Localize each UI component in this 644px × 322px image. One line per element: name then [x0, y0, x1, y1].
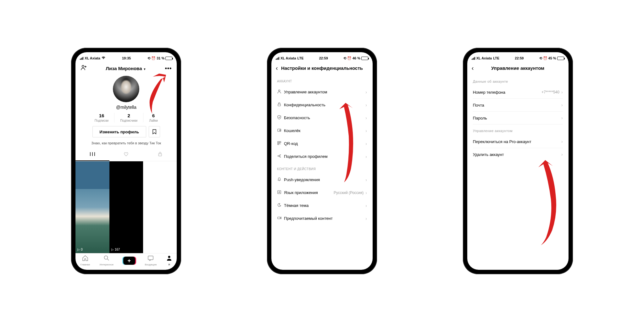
nav-inbox[interactable]: Входящие: [145, 255, 157, 266]
signal-icon: [276, 57, 279, 60]
video-grid: ▷0 ▷167: [75, 161, 177, 253]
nav-home[interactable]: Главная: [80, 255, 90, 266]
stat-likes[interactable]: 6 Лайки: [143, 113, 164, 122]
item-privacy[interactable]: Конфиденциальность ›: [271, 98, 373, 111]
edit-profile-button[interactable]: Изменить профиль: [92, 126, 147, 137]
video-thumb[interactable]: ▷167: [109, 161, 143, 253]
bottom-nav: Главная Интересное + Входящие Я: [75, 253, 177, 270]
carrier-label: XL Axiata: [476, 56, 492, 60]
svg-rect-12: [280, 143, 280, 144]
section-header-account-data: Данные об аккаунте: [467, 75, 569, 86]
chevron-right-icon: ›: [365, 216, 367, 221]
moon-icon: [277, 203, 284, 208]
item-security[interactable]: Безопасность ›: [271, 111, 373, 124]
tab-liked[interactable]: [109, 149, 143, 161]
nav-profile[interactable]: Я: [166, 255, 172, 266]
stat-followers[interactable]: 2 Подписчики: [114, 113, 143, 122]
item-share-profile[interactable]: Поделиться профилем ›: [271, 150, 373, 163]
item-language[interactable]: Язык приложения Русский (Россия) ›: [271, 186, 373, 199]
chevron-right-icon: ›: [561, 103, 563, 108]
carrier-label: XL Axiata: [85, 56, 100, 60]
lock-icon: [158, 152, 162, 156]
item-dark-theme[interactable]: Тёмная тема ›: [271, 199, 373, 212]
phone-account-manage: XL Axiata LTE 22:59 ⟲ ⏰ 45 % ‹ Управлени…: [463, 48, 573, 274]
svg-point-4: [168, 256, 170, 258]
back-button[interactable]: ‹: [472, 64, 474, 72]
grid-icon: [90, 152, 95, 156]
item-manage-account[interactable]: Управление аккаунтом ›: [271, 86, 373, 98]
battery-text: 46 %: [353, 56, 360, 60]
svg-point-5: [278, 90, 280, 92]
chevron-right-icon: ›: [561, 139, 563, 144]
orientation-lock-icon: ⟲: [539, 56, 542, 60]
video-thumb[interactable]: ▷0: [75, 161, 109, 253]
signal-icon: [472, 57, 475, 60]
orientation-lock-icon: ⟲: [343, 56, 346, 60]
screen: XL Axiata 19:35 ⟲ ⏰ 31 % Лиза Миронова▼ …: [75, 52, 177, 270]
chevron-right-icon: ›: [561, 90, 563, 95]
item-qr[interactable]: QR-код ›: [271, 137, 373, 150]
play-icon: ▷: [111, 248, 114, 251]
alarm-icon: ⏰: [151, 56, 156, 60]
nav-discover[interactable]: Интересное: [100, 255, 114, 266]
chevron-right-icon: ›: [365, 90, 367, 95]
battery-icon: [557, 57, 564, 60]
bookmark-button[interactable]: [149, 126, 160, 137]
tab-videos[interactable]: [75, 149, 109, 161]
svg-point-2: [104, 256, 108, 259]
profile-tabs: [75, 149, 177, 161]
tab-private[interactable]: [143, 149, 177, 161]
network-type: LTE: [493, 56, 499, 60]
play-icon: ▷: [77, 248, 80, 251]
status-time: 22:59: [515, 56, 524, 60]
carrier-label: XL Axiata: [280, 56, 296, 60]
network-type: LTE: [297, 56, 304, 60]
section-header-content: КОНТЕНТ И ДЕЙСТВИЯ: [271, 163, 373, 173]
profile-header: Лиза Миронова▼ •••: [75, 62, 177, 75]
chevron-right-icon: ›: [365, 141, 367, 146]
nav-create[interactable]: +: [123, 257, 135, 265]
page-header: ‹ Настройки и конфиденциальность: [271, 62, 373, 75]
section-header-manage: Управление аккаунтом: [467, 125, 569, 135]
svg-rect-6: [278, 104, 280, 106]
chevron-right-icon: ›: [365, 203, 367, 208]
avatar[interactable]: [113, 76, 139, 102]
menu-dots-icon[interactable]: •••: [165, 65, 172, 72]
shield-icon: [277, 115, 284, 120]
chevron-right-icon: ›: [365, 190, 367, 195]
svg-rect-7: [278, 129, 281, 131]
screen: XL Axiata LTE 22:59 ⟲ ⏰ 46 % ‹ Настройки…: [271, 52, 373, 270]
alarm-icon: ⏰: [347, 56, 352, 60]
phone-profile: XL Axiata 19:35 ⟲ ⏰ 31 % Лиза Миронова▼ …: [71, 48, 181, 274]
item-push[interactable]: Push-уведомления ›: [271, 173, 373, 186]
back-button[interactable]: ‹: [276, 64, 278, 72]
svg-rect-3: [148, 256, 153, 260]
item-delete-account[interactable]: Удалить аккаунт ›: [467, 148, 569, 161]
screen: XL Axiata LTE 22:59 ⟲ ⏰ 45 % ‹ Управлени…: [467, 52, 569, 270]
bookmark-icon: [152, 129, 157, 134]
signal-icon: [80, 57, 83, 60]
svg-rect-15: [278, 217, 280, 219]
bio-text: Знаю, как превратить тебя в звезду Тик Т…: [75, 141, 177, 145]
section-header-account: АККАУНТ: [271, 75, 373, 86]
svg-rect-8: [280, 130, 281, 131]
item-email[interactable]: Почта ›: [467, 99, 569, 111]
item-switch-pro[interactable]: Переключиться на Pro-аккаунт ›: [467, 135, 569, 148]
stat-following[interactable]: 16 Подписки: [89, 113, 114, 122]
chevron-right-icon: ›: [365, 128, 367, 133]
item-password[interactable]: Пароль ›: [467, 112, 569, 124]
search-icon: [100, 255, 114, 263]
item-wallet[interactable]: Кошелёк ›: [271, 124, 373, 137]
chevron-right-icon: ›: [365, 115, 367, 120]
chevron-right-icon: ›: [365, 177, 367, 182]
svg-point-0: [82, 65, 84, 67]
display-name-dropdown[interactable]: Лиза Миронова▼: [106, 66, 146, 71]
chevron-right-icon: ›: [365, 103, 367, 108]
status-bar: XL Axiata LTE 22:59 ⟲ ⏰ 45 %: [467, 52, 569, 62]
language-icon: [277, 190, 284, 195]
add-friend-icon[interactable]: [80, 65, 87, 72]
item-phone-number[interactable]: Номер телефона +7*****540 ›: [467, 86, 569, 98]
item-content-pref[interactable]: Предпочитаемый контент ›: [271, 212, 373, 225]
battery-text: 45 %: [548, 56, 556, 60]
svg-rect-10: [280, 142, 281, 143]
